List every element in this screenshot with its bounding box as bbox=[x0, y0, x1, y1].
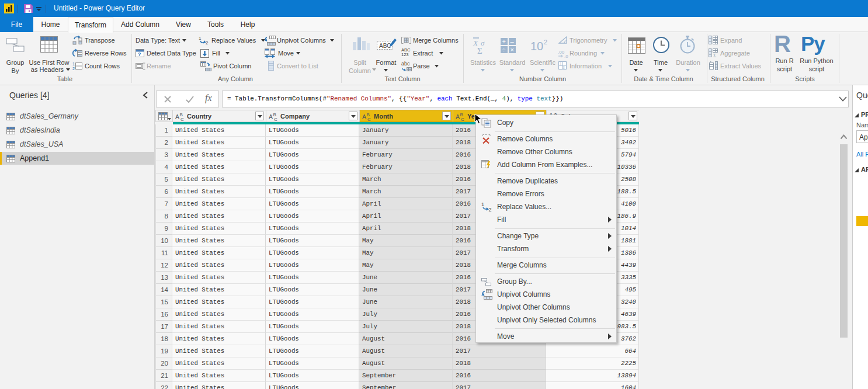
svg-text:2: 2 bbox=[489, 207, 492, 212]
svg-text:1: 1 bbox=[199, 36, 202, 41]
svg-text:1: 1 bbox=[481, 202, 484, 207]
svg-text:2: 2 bbox=[206, 40, 209, 45]
svg-text:A: A bbox=[175, 113, 179, 120]
svg-text:10: 10 bbox=[530, 40, 543, 53]
svg-text:C: C bbox=[180, 117, 184, 121]
svg-text:A: A bbox=[456, 113, 460, 120]
svg-text:+: + bbox=[502, 38, 506, 45]
svg-text:Σ: Σ bbox=[477, 46, 482, 54]
svg-text:Σ: Σ bbox=[713, 53, 716, 57]
svg-text:2: 2 bbox=[544, 39, 547, 46]
svg-text:?: ? bbox=[138, 51, 141, 57]
svg-text:1: 1 bbox=[72, 62, 75, 66]
svg-text:–: – bbox=[511, 38, 515, 45]
svg-text:C: C bbox=[367, 117, 371, 121]
svg-text:÷: ÷ bbox=[502, 46, 506, 53]
svg-text:2: 2 bbox=[72, 67, 75, 71]
svg-text:C: C bbox=[274, 117, 277, 121]
svg-text:ABC: ABC bbox=[379, 43, 391, 49]
svg-text:C: C bbox=[461, 117, 464, 121]
svg-text:3: 3 bbox=[563, 65, 565, 70]
svg-text:.0: .0 bbox=[564, 54, 568, 58]
svg-text:A: A bbox=[269, 113, 273, 120]
svg-text:abc: abc bbox=[401, 61, 410, 67]
svg-text:×: × bbox=[511, 46, 514, 53]
svg-text:A: A bbox=[362, 113, 366, 120]
svg-text:.00: .00 bbox=[558, 50, 565, 55]
